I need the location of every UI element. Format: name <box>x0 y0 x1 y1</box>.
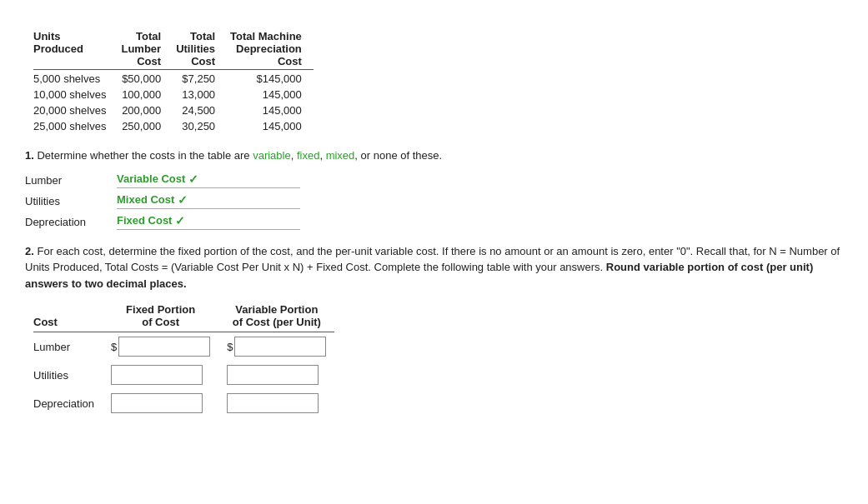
table-row: 10,000 shelves 100,000 13,000 145,000 <box>33 87 314 102</box>
input-table-row: Utilities <box>33 361 334 389</box>
cost-label-utilities: Utilities <box>25 193 117 209</box>
fixed-cost-input-utilities[interactable] <box>111 365 203 385</box>
input-variable-utilities <box>218 361 334 389</box>
col-utilities-header2: Utilities <box>173 42 227 55</box>
cell-depreciation-1: 145,000 <box>227 87 314 102</box>
variable-cost-input-lumber[interactable] <box>234 337 326 357</box>
input-table: Cost Fixed Portionof Cost Variable Porti… <box>33 302 334 417</box>
cell-depreciation-2: 145,000 <box>227 102 314 118</box>
cell-utilities-2: 24,500 <box>173 102 227 118</box>
table-row: 25,000 shelves 250,000 30,250 145,000 <box>33 118 314 134</box>
cell-lumber-1: 100,000 <box>118 87 173 102</box>
col-utilities-header1: Total <box>173 28 227 42</box>
checkmark-1: ✓ <box>178 193 188 207</box>
dollar-fixed: $ <box>111 341 117 353</box>
section2-text: 2. For each cost, determine the fixed po… <box>25 243 843 292</box>
col-units-sub2 <box>33 55 118 70</box>
cost-answer-text-2: Fixed Cost <box>117 214 172 227</box>
col-depreciation-header3: Cost <box>227 55 314 70</box>
col-units-header: Units <box>33 28 118 42</box>
section1-label: 1. Determine whether the costs in the ta… <box>25 147 843 164</box>
input-variable-lumber: $ <box>218 332 334 362</box>
input-fixed-depreciation <box>103 389 218 417</box>
col-lumber-header2: Lumber <box>118 42 173 55</box>
col-units-sub: Produced <box>33 42 118 55</box>
variable-cost-input-depreciation[interactable] <box>227 393 319 413</box>
cell-units-1: 10,000 shelves <box>33 87 118 102</box>
cell-units-3: 25,000 shelves <box>33 118 118 134</box>
cell-depreciation-3: 145,000 <box>227 118 314 134</box>
checkmark-2: ✓ <box>175 214 185 227</box>
cost-answer-text-1: Mixed Cost <box>117 193 174 206</box>
fixed-cost-input-depreciation[interactable] <box>111 393 203 413</box>
input-col-fixed-header: Fixed Portionof Cost <box>103 302 218 332</box>
dollar-variable: $ <box>227 341 233 353</box>
input-label-depreciation: Depreciation <box>33 389 103 417</box>
checkmark-0: ✓ <box>188 172 198 186</box>
input-col-variable-header: Variable Portionof Cost (per Unit) <box>218 302 334 332</box>
cell-lumber-0: $50,000 <box>118 70 173 87</box>
cost-answer-text-0: Variable Cost <box>117 172 185 185</box>
input-variable-depreciation <box>218 389 334 417</box>
cost-answer-utilities: Mixed Cost✓ <box>117 193 300 209</box>
cell-units-2: 20,000 shelves <box>33 102 118 118</box>
col-lumber-header1: Total <box>118 28 173 42</box>
col-depreciation-header2: Depreciation <box>227 42 314 55</box>
input-col-cost-header: Cost <box>33 302 103 332</box>
col-utilities-header3: Cost <box>173 55 227 70</box>
cell-depreciation-0: $145,000 <box>227 70 314 87</box>
cell-units-0: 5,000 shelves <box>33 70 118 87</box>
input-label-lumber: Lumber <box>33 332 103 362</box>
table-row: 5,000 shelves $50,000 $7,250 $145,000 <box>33 70 314 87</box>
input-label-utilities: Utilities <box>33 361 103 389</box>
cost-type-grid: LumberVariable Cost✓UtilitiesMixed Cost✓… <box>25 172 843 230</box>
cost-label-lumber: Lumber <box>25 172 117 188</box>
cell-utilities-0: $7,250 <box>173 70 227 87</box>
cell-lumber-3: 250,000 <box>118 118 173 134</box>
cell-lumber-2: 200,000 <box>118 102 173 118</box>
fixed-cost-input-lumber[interactable] <box>118 337 210 357</box>
cell-utilities-1: 13,000 <box>173 87 227 102</box>
cost-data-table: Units Total Total Total Machine Produced… <box>33 28 314 134</box>
input-table-row: Depreciation <box>33 389 334 417</box>
col-depreciation-header1: Total Machine <box>227 28 314 42</box>
variable-cost-input-utilities[interactable] <box>227 365 319 385</box>
input-table-row: Lumber $ $ <box>33 332 334 362</box>
cell-utilities-3: 30,250 <box>173 118 227 134</box>
input-fixed-lumber: $ <box>103 332 218 362</box>
table-row: 20,000 shelves 200,000 24,500 145,000 <box>33 102 314 118</box>
cost-answer-lumber: Variable Cost✓ <box>117 172 300 188</box>
cost-label-depreciation: Depreciation <box>25 214 117 230</box>
input-fixed-utilities <box>103 361 218 389</box>
cost-answer-depreciation: Fixed Cost✓ <box>117 214 300 230</box>
col-lumber-header3: Cost <box>118 55 173 70</box>
